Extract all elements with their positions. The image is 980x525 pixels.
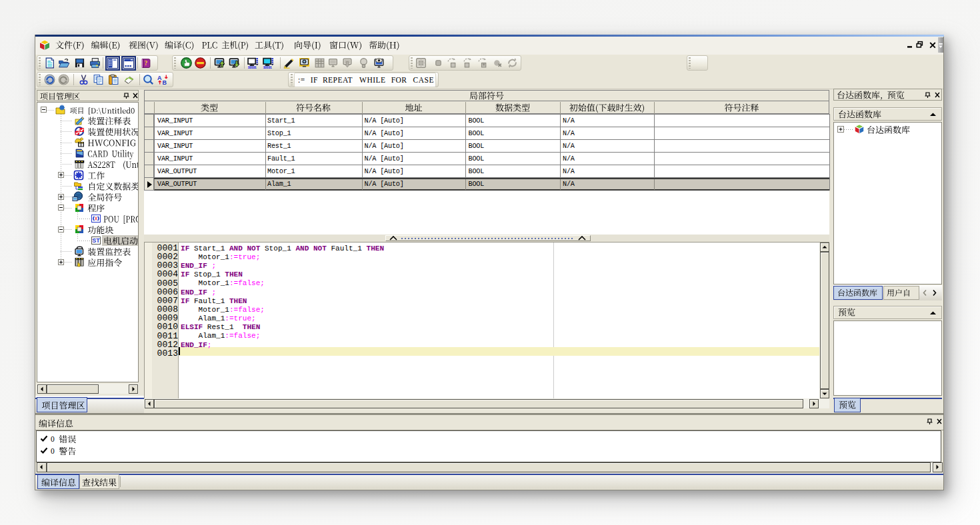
svg-text:10101: 10101: [263, 66, 272, 69]
svg-text:?: ?: [144, 59, 147, 67]
svg-text:B: B: [162, 79, 167, 85]
svg-text:10101: 10101: [248, 66, 257, 69]
svg-text:A: A: [157, 75, 162, 81]
